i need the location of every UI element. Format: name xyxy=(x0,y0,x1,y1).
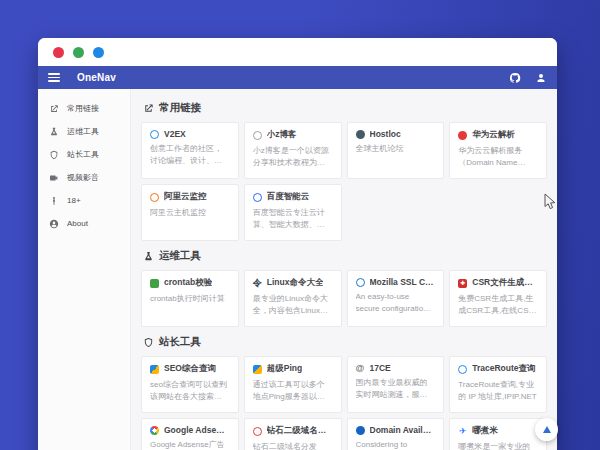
card-head: 百度智能云 xyxy=(253,191,333,203)
link-card[interactable]: 超级Ping通过该工具可以多个地点Ping服务器以检测服务器响应速度。 xyxy=(244,356,342,413)
window-button-close[interactable] xyxy=(53,47,64,58)
sidebar-item-video[interactable]: 视频影音 xyxy=(38,166,130,189)
card-description: 小z博客是一个以资源分享和技术教程为主的个人博客,站内提供各种优.. xyxy=(253,145,333,170)
card-description: 通过该工具可以多个地点Ping服务器以检测服务器响应速度。 xyxy=(253,379,333,404)
card-description: An easy-to-use secure configuration gene… xyxy=(356,291,436,316)
card-title: CSR文件生成工具 xyxy=(472,277,538,289)
link-card[interactable]: TraceRoute查询TraceRoute查询,专业的 IP 地址库,IPIP… xyxy=(449,356,547,413)
card-title: 17CE xyxy=(370,363,391,373)
sidebar-item-webmaster-tools[interactable]: 站长工具 xyxy=(38,143,130,166)
link-card[interactable]: ✈哪煮米哪煮米是一家专业的域名比价平台，提供超过1500种域名后缀，超过50.. xyxy=(449,418,547,450)
link-card[interactable]: SEO综合查询seo综合查询可以查到该网站在各大搜索引擎的信息，包括收录，反链.… xyxy=(141,356,239,413)
link-card[interactable]: @17CE国内最专业最权威的实时网站测速，服务器监控、网络监控、IDC质量评.. xyxy=(347,356,445,413)
card-title: SEO综合查询 xyxy=(164,363,216,375)
card-title: Mozilla SSL Configuration Gen.. xyxy=(370,277,436,287)
card-description: 全球主机论坛 xyxy=(356,143,436,155)
link-card[interactable]: Domain Availability and PriceConsidering… xyxy=(347,418,445,450)
sidebar-item-label: 18+ xyxy=(67,196,81,205)
link-card[interactable]: ✚CSR文件生成工具免费CSR生成工具,生成CSR工具,在线CSR生产工具,生成… xyxy=(449,270,547,327)
link-card[interactable]: Hostloc全球主机论坛 xyxy=(347,122,445,179)
card-head: crontab校验 xyxy=(150,277,230,289)
flask-icon xyxy=(143,251,154,262)
person-icon xyxy=(49,196,59,206)
site-icon xyxy=(150,193,159,202)
app-title: OneNav xyxy=(77,72,116,83)
window-titlebar xyxy=(38,38,557,66)
section-title: 常用链接 xyxy=(159,101,201,115)
card-grid: V2EX创意工作者的社区，讨论编程、设计、硬件、游戏等令人激动的话题。小z博客小… xyxy=(141,122,547,241)
github-icon[interactable] xyxy=(508,71,521,84)
card-title: 超级Ping xyxy=(267,363,302,375)
card-description: TraceRoute查询,专业的 IP 地址库,IPIP.NET xyxy=(458,379,538,404)
card-head: Hostloc xyxy=(356,129,436,139)
link-card[interactable]: Google AdsenseGoogle Adsense广告联盟。 xyxy=(141,418,239,450)
card-head: 钻石二级域名分发 xyxy=(253,425,333,437)
card-title: 华为云解析 xyxy=(472,129,515,141)
card-head: Mozilla SSL Configuration Gen.. xyxy=(356,277,436,287)
app-bar: OneNav xyxy=(38,66,557,89)
card-title: Hostloc xyxy=(370,129,401,139)
link-card[interactable]: crontab校验crontab执行时间计算 xyxy=(141,270,239,327)
user-circle-icon xyxy=(49,219,59,229)
card-description: Google Adsense广告联盟。 xyxy=(150,439,230,450)
section-header-ops-tools: 运维工具 xyxy=(143,249,547,263)
card-description: 免费CSR生成工具,生成CSR工具,在线CSR生产工具,生成ECC CSR工具,… xyxy=(458,293,538,318)
card-description: 国内最专业最权威的实时网站测速，服务器监控、网络监控、IDC质量评.. xyxy=(356,377,436,402)
card-description: 哪煮米是一家专业的域名比价平台，提供超过1500种域名后缀，超过50.. xyxy=(458,441,538,450)
section-title: 站长工具 xyxy=(159,335,201,349)
card-description: 阿里云主机监控 xyxy=(150,207,230,219)
card-title: Linux命令大全 xyxy=(267,277,324,289)
card-head: ✈哪煮米 xyxy=(458,425,538,437)
card-grid: crontab校验crontab执行时间计算令Linux命令大全最专业的Linu… xyxy=(141,270,547,327)
external-link-icon xyxy=(49,104,59,114)
shield-icon xyxy=(143,337,154,348)
site-icon: 令 xyxy=(253,279,262,288)
sidebar-item-adult[interactable]: 18+ xyxy=(38,189,130,212)
shield-icon xyxy=(49,150,59,160)
link-card[interactable]: Mozilla SSL Configuration Gen..An easy-t… xyxy=(347,270,445,327)
site-icon xyxy=(253,427,262,436)
scroll-top-button[interactable] xyxy=(535,418,558,441)
sidebar-item-common-links[interactable]: 常用链接 xyxy=(38,97,130,120)
site-icon xyxy=(356,278,365,287)
link-card[interactable]: 小z博客小z博客是一个以资源分享和技术教程为主的个人博客,站内提供各种优.. xyxy=(244,122,342,179)
menu-icon[interactable] xyxy=(48,73,60,82)
window-button-minimize[interactable] xyxy=(73,47,84,58)
card-title: Google Adsense xyxy=(164,425,230,435)
card-head: 阿里云监控 xyxy=(150,191,230,203)
card-description: 华为云云解析服务（Domain Name Service）提供高可用、高扩展的权… xyxy=(458,145,538,170)
site-icon xyxy=(150,279,159,288)
desktop: { "titlebar": { "dot_colors": ["#e5344c"… xyxy=(0,0,600,450)
sidebar-item-label: 运维工具 xyxy=(67,126,99,137)
card-title: 百度智能云 xyxy=(267,191,310,203)
card-description: crontab执行时间计算 xyxy=(150,293,230,305)
card-title: 小z博客 xyxy=(267,129,297,141)
sidebar-item-ops-tools[interactable]: 运维工具 xyxy=(38,120,130,143)
site-icon xyxy=(253,365,262,374)
card-head: @17CE xyxy=(356,363,436,373)
link-card[interactable]: 华为云解析华为云云解析服务（Domain Name Service）提供高可用、… xyxy=(449,122,547,179)
link-card[interactable]: 钻石二级域名分发钻石二级域名分发(dns.txizd.cn)成立于2019-3-… xyxy=(244,418,342,450)
link-card[interactable]: 百度智能云百度智能云专注云计算、智能大数据、人工智能服务，提供稳定的云.. xyxy=(244,184,342,241)
window-button-maximize[interactable] xyxy=(93,47,104,58)
site-icon xyxy=(253,131,262,140)
sidebar-item-about[interactable]: About xyxy=(38,212,130,235)
card-description: Considering to register, renew or transf… xyxy=(356,439,436,450)
card-head: Google Adsense xyxy=(150,425,230,435)
site-icon xyxy=(150,130,159,139)
link-card[interactable]: 令Linux命令大全最专业的Linux命令大全，内容包含Linux命令手册、Li… xyxy=(244,270,342,327)
card-description: seo综合查询可以查到该网站在各大搜索引擎的信息，包括收录，反链.. xyxy=(150,379,230,404)
card-head: 超级Ping xyxy=(253,363,333,375)
card-head: 华为云解析 xyxy=(458,129,538,141)
site-icon xyxy=(356,426,365,435)
link-card[interactable]: V2EX创意工作者的社区，讨论编程、设计、硬件、游戏等令人激动的话题。 xyxy=(141,122,239,179)
section-title: 运维工具 xyxy=(159,249,201,263)
link-card[interactable]: 阿里云监控阿里云主机监控 xyxy=(141,184,239,241)
card-title: V2EX xyxy=(164,129,186,139)
user-account-icon[interactable] xyxy=(534,71,547,84)
main-content: 常用链接V2EX创意工作者的社区，讨论编程、设计、硬件、游戏等令人激动的话题。小… xyxy=(131,89,557,450)
card-description: 百度智能云专注云计算、智能大数据、人工智能服务，提供稳定的云.. xyxy=(253,207,333,232)
section-header-webmaster-tools: 站长工具 xyxy=(143,335,547,349)
card-description: 钻石二级域名分发(dns.txizd.cn)成立于2019-3-2,是一家专门提… xyxy=(253,441,333,450)
site-icon xyxy=(458,131,467,140)
